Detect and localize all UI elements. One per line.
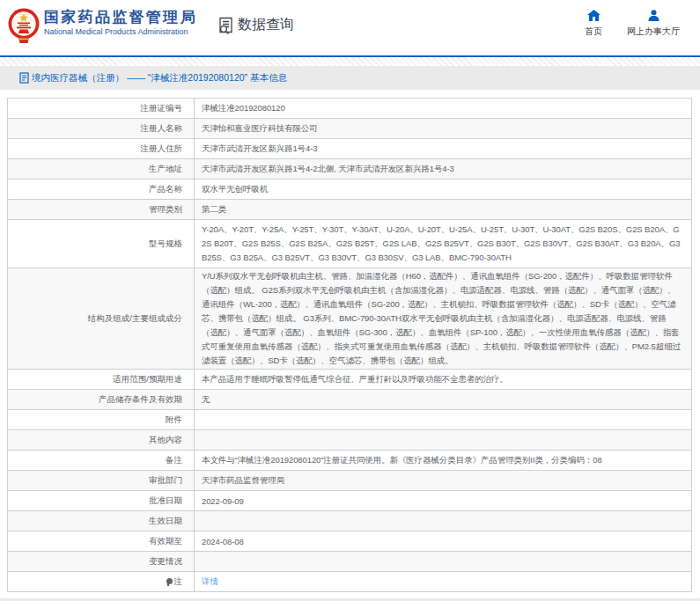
table-row: 注册证编号津械注准20192080120 — [8, 99, 692, 119]
breadcrumb-text: 境内医疗器械（注册） —— “津械注准20192080120” 基本信息 — [32, 72, 287, 84]
table-row: 产品储存条件及有效期无 — [8, 390, 692, 410]
table-row: 其他内容 — [8, 430, 692, 451]
row-label: 附件 — [8, 410, 195, 430]
row-value: 2022-09-09 — [195, 491, 692, 511]
row-label: 适用范围/预期用途 — [8, 370, 195, 390]
row-label: 型号规格 — [8, 220, 195, 268]
row-value: 天津市武清开发区新兴路1号4-3 — [195, 139, 692, 159]
org-name-en: National Medical Products Administration — [44, 27, 188, 36]
row-value: 双水平无创呼吸机 — [195, 180, 692, 200]
table-row: 管理类别第二类 — [8, 200, 692, 220]
row-label: 审批部门 — [8, 471, 195, 491]
row-value: 2024-08-08 — [195, 531, 692, 552]
detail-link[interactable]: 详情 — [202, 576, 218, 586]
home-icon — [587, 10, 601, 21]
registration-info-table: 注册证编号津械注准20192080120注册人名称天津怡和嘉业医疗科技有限公司注… — [7, 98, 692, 592]
row-label: 生效日期 — [8, 511, 195, 531]
table-row: 型号规格Y-20A、Y-20T、Y-25A、Y-25T、Y-30T、Y-30AT… — [8, 220, 692, 268]
row-label: 注册人名称 — [8, 119, 195, 139]
row-value — [195, 430, 692, 451]
hatch-band — [0, 57, 700, 66]
row-label: 批准日期 — [8, 491, 195, 511]
row-label: 注册证编号 — [8, 99, 195, 119]
data-query-icon — [217, 17, 234, 34]
row-value — [195, 552, 692, 572]
row-label: 管理类别 — [8, 200, 195, 220]
row-value: Y-20A、Y-20T、Y-25A、Y-25T、Y-30T、Y-30AT、U-2… — [195, 220, 692, 268]
row-label: 产品储存条件及有效期 — [8, 390, 195, 410]
table-row: 变更情况 — [8, 552, 692, 572]
row-label: 产品名称 — [8, 180, 195, 200]
table-row: 备注本文件与“津械注准20192080120”注册证共同使用。新《医疗器械分类目… — [8, 451, 692, 471]
header: 国家药品监督管理局 National Medical Products Admi… — [0, 0, 700, 55]
user-icon — [648, 10, 659, 21]
row-value: 天津市武清开发区新兴路1号4-2北侧, 天津市武清开发区新兴路1号4-3 — [195, 159, 692, 180]
row-value: 天津市药品监督管理局 — [195, 471, 692, 491]
nmpa-logo — [7, 5, 41, 44]
table-row: 生产地址天津市武清开发区新兴路1号4-2北侧, 天津市武清开发区新兴路1号4-3 — [8, 159, 692, 180]
row-value: 津械注准20192080120 — [195, 99, 692, 119]
row-value: 本文件与“津械注准20192080120”注册证共同使用。新《医疗器械分类目录》… — [195, 451, 692, 471]
row-label: 变更情况 — [8, 552, 195, 572]
table-row: 生效日期 — [8, 511, 692, 531]
row-label: 生产地址 — [8, 159, 195, 180]
row-value: 天津怡和嘉业医疗科技有限公司 — [195, 119, 692, 139]
table-row: 注册人住所天津市武清开发区新兴路1号4-3 — [8, 139, 692, 159]
row-label: 有效期至 — [8, 531, 195, 552]
table-row: 附件 — [8, 410, 692, 430]
row-value: Y/U系列双水平无创呼吸机由主机、管路、加温湿化器（H60，选配件）、通讯血氧组… — [195, 268, 692, 370]
table-row: 结构及组成/主要组成成分Y/U系列双水平无创呼吸机由主机、管路、加温湿化器（H6… — [8, 268, 692, 370]
row-value — [195, 511, 692, 531]
table-row: 批准日期2022-09-09 — [8, 491, 692, 511]
document-icon — [19, 72, 29, 84]
nav-home[interactable]: 首页 — [574, 10, 613, 38]
table-row: 注详情 — [8, 572, 692, 592]
row-label: 注册人住所 — [8, 139, 195, 159]
table-row: 适用范围/预期用途本产品适用于睡眠呼吸暂停低通气综合征、严重打鼾以及呼吸功能不全… — [8, 370, 692, 390]
table-row: 产品名称双水平无创呼吸机 — [8, 180, 692, 200]
note-pin-icon — [166, 578, 173, 584]
org-name-cn: 国家药品监督管理局 — [44, 10, 197, 25]
breadcrumb: 境内医疗器械（注册） —— “津械注准20192080120” 基本信息 — [0, 66, 700, 90]
nav-online-hall[interactable]: 网上办事大厅 — [620, 10, 687, 38]
row-label: 注 — [8, 572, 195, 592]
table-row: 有效期至2024-08-08 — [8, 531, 692, 552]
row-label: 结构及组成/主要组成成分 — [8, 268, 195, 370]
row-value: 第二类 — [195, 200, 692, 220]
row-label-text: 注 — [174, 576, 183, 586]
row-value: 详情 — [195, 572, 692, 592]
row-value: 无 — [195, 390, 692, 410]
row-label: 其他内容 — [8, 430, 195, 451]
table-row: 注册人名称天津怡和嘉业医疗科技有限公司 — [8, 119, 692, 139]
data-query-title: 数据查询 — [217, 16, 294, 34]
spacer — [0, 90, 700, 98]
row-value: 本产品适用于睡眠呼吸暂停低通气综合征、严重打鼾以及呼吸功能不全患者的治疗。 — [195, 370, 692, 390]
row-value — [195, 410, 692, 430]
table-row: 审批部门天津市药品监督管理局 — [8, 471, 692, 491]
row-label: 备注 — [8, 451, 195, 471]
